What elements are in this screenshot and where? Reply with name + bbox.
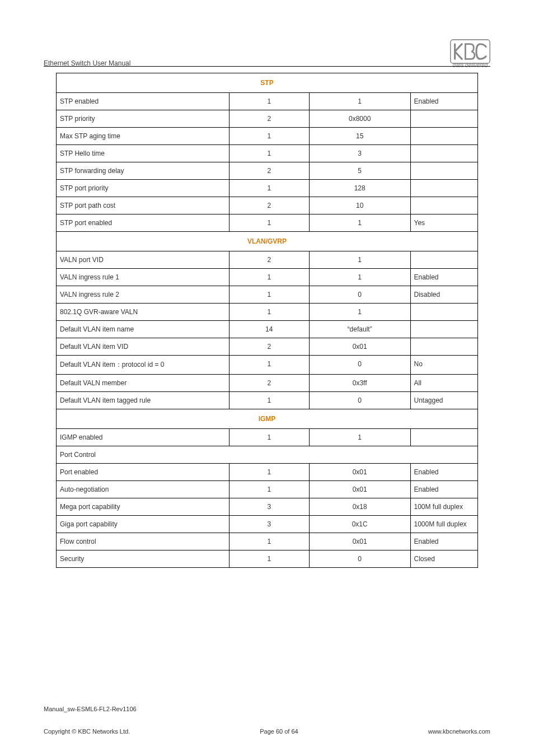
param-col2: 1	[229, 304, 309, 321]
param-col3: 128	[309, 180, 410, 197]
section-heading: STP	[57, 73, 478, 93]
param-col2: 1	[229, 145, 309, 162]
param-label: Security	[57, 550, 229, 568]
param-col3: 0x01	[309, 533, 410, 550]
footer-docid: Manual_sw-ESML6-FL2-Rev1106	[44, 706, 490, 712]
param-col3: 3	[309, 145, 410, 162]
table-row: STP Hello time13	[57, 145, 478, 162]
footer-copyright: Copyright © KBC Networks Ltd.	[44, 728, 130, 735]
param-col3: 0	[309, 286, 410, 304]
table-row: 802.1Q GVR-aware VALN11	[57, 304, 478, 321]
table-row: Flow control10x01Enabled	[57, 533, 478, 550]
param-col2: 1	[229, 533, 309, 550]
param-col3: 0x3ff	[309, 375, 410, 392]
param-col4	[410, 110, 478, 128]
param-col4	[410, 429, 478, 446]
param-col2: 1	[229, 180, 309, 197]
param-col4: Enabled	[410, 269, 478, 286]
table-row: STP port enabled11Yes	[57, 214, 478, 232]
param-col2: 1	[229, 356, 309, 375]
table-row: VALN port VID21	[57, 251, 478, 269]
param-label: STP port enabled	[57, 214, 229, 232]
param-col3: 0x1C	[309, 516, 410, 533]
param-label: Default VLAN item：protocol id = 0	[57, 356, 229, 375]
param-col4	[410, 180, 478, 197]
param-col3: 1	[309, 251, 410, 269]
param-col4	[410, 251, 478, 269]
param-col4: Untagged	[410, 392, 478, 409]
param-col3: 0x01	[309, 464, 410, 481]
header-rule	[44, 66, 490, 67]
table-row: Security10Closed	[57, 550, 478, 568]
param-label: Default VALN member	[57, 375, 229, 392]
param-label: Default VLAN item name	[57, 321, 229, 338]
section-stp: STP	[57, 73, 478, 93]
param-label: Flow control	[57, 533, 229, 550]
param-col2: 1	[229, 464, 309, 481]
table-row: IGMP enabled11	[57, 429, 478, 446]
param-label: Default VLAN item tagged rule	[57, 392, 229, 409]
param-label: Max STP aging time	[57, 128, 229, 145]
param-col3: 0x01	[309, 481, 410, 498]
table-row: STP port path cost210	[57, 197, 478, 214]
param-label: VALN ingress rule 2	[57, 286, 229, 304]
param-col4: 1000M full duplex	[410, 516, 478, 533]
param-label: STP Hello time	[57, 145, 229, 162]
table-row: Default VLAN item VID20x01	[57, 338, 478, 356]
param-col3: 10	[309, 197, 410, 214]
param-col4	[410, 338, 478, 356]
table-row: STP priority20x8000	[57, 110, 478, 128]
param-label: Mega port capability	[57, 498, 229, 516]
param-label: STP priority	[57, 110, 229, 128]
param-col4	[410, 197, 478, 214]
table-row: Default VALN member20x3ffAll	[57, 375, 478, 392]
param-col3: 0	[309, 550, 410, 568]
param-col2: 1	[229, 429, 309, 446]
param-col3: “default”	[309, 321, 410, 338]
table-row: Default VLAN item name14“default”	[57, 321, 478, 338]
param-col4	[410, 321, 478, 338]
param-col4: 100M full duplex	[410, 498, 478, 516]
param-label: 802.1Q GVR-aware VALN	[57, 304, 229, 321]
param-col3: 15	[309, 128, 410, 145]
param-col2: 1	[229, 550, 309, 568]
param-col3: 1	[309, 304, 410, 321]
doc-title: Ethernet Switch User Manual	[44, 59, 130, 68]
kbc-logo-icon	[450, 39, 490, 64]
param-label: STP port path cost	[57, 197, 229, 214]
param-col2: 2	[229, 197, 309, 214]
param-col2: 2	[229, 110, 309, 128]
param-col4: Enabled	[410, 464, 478, 481]
param-col3: 1	[309, 214, 410, 232]
param-col2: 2	[229, 375, 309, 392]
param-label: STP enabled	[57, 93, 229, 110]
param-col2: 1	[229, 392, 309, 409]
table-row: Port enabled10x01Enabled	[57, 464, 478, 481]
param-col4: Disabled	[410, 286, 478, 304]
param-label: STP port priority	[57, 180, 229, 197]
param-col2: 2	[229, 162, 309, 180]
param-col3: 5	[309, 162, 410, 180]
param-col3: 1	[309, 93, 410, 110]
svg-rect-0	[451, 40, 490, 63]
config-table: STP STP enabled11Enabled STP priority20x…	[56, 73, 478, 568]
param-col2: 1	[229, 286, 309, 304]
param-col2: 1	[229, 93, 309, 110]
table-row: Giga port capability30x1C1000M full dupl…	[57, 516, 478, 533]
table-row: Max STP aging time115	[57, 128, 478, 145]
param-label: IGMP enabled	[57, 429, 229, 446]
param-col3: 0	[309, 392, 410, 409]
footer-site: www.kbcnetworks.com	[428, 728, 490, 735]
table-row: Default VLAN item tagged rule10Untagged	[57, 392, 478, 409]
param-col2: 1	[229, 269, 309, 286]
param-label: Auto-negotiation	[57, 481, 229, 498]
param-col2: 14	[229, 321, 309, 338]
param-col2: 3	[229, 516, 309, 533]
table-row: STP port priority1128	[57, 180, 478, 197]
param-col3: 0x8000	[309, 110, 410, 128]
param-col3: 0x01	[309, 338, 410, 356]
param-label: VALN ingress rule 1	[57, 269, 229, 286]
kbc-logo	[450, 39, 490, 64]
param-col4: Enabled	[410, 533, 478, 550]
param-col4: Yes	[410, 214, 478, 232]
